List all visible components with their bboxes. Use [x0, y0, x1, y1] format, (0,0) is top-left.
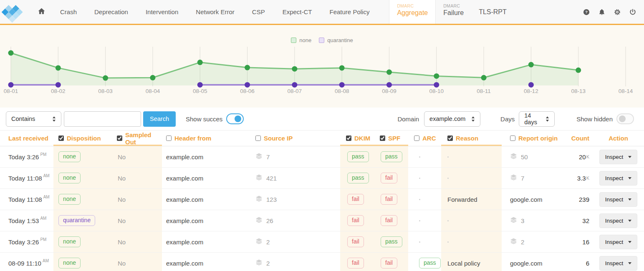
legend-item-none[interactable]: none [291, 37, 311, 43]
layers-icon [510, 174, 521, 182]
column-header-report-origin: Report origin [502, 130, 559, 146]
column-toggle-checkbox-spf[interactable] [380, 136, 385, 141]
cell-source-ip: 2 [250, 231, 340, 252]
column-toggle-checkbox-header-from[interactable] [166, 136, 172, 141]
tab-failure[interactable]: DMARCFailure [436, 0, 471, 24]
column-toggle-checkbox-disposition[interactable] [58, 136, 64, 141]
svg-text:08-03: 08-03 [98, 88, 113, 94]
cell-spf: fail [376, 210, 408, 231]
header-from-value: example.com [166, 153, 203, 161]
nav-item-network-error[interactable]: Network Error [187, 0, 243, 24]
column-toggle-checkbox-sampled-out[interactable] [117, 136, 122, 141]
last-received-time: Today 3:26 [8, 238, 39, 246]
cell-header-from: example.com [162, 210, 250, 231]
inspect-button[interactable]: Inspect [599, 171, 638, 186]
svg-text:08-09: 08-09 [382, 88, 397, 94]
source-ip-count: 2 [266, 260, 270, 267]
count-suffix: K [586, 176, 589, 181]
power-icon[interactable] [629, 8, 636, 16]
column-header-spf: SPF [376, 130, 408, 146]
inspect-button[interactable]: Inspect [599, 235, 638, 249]
column-header-action: Action [593, 130, 644, 146]
match-type-select[interactable]: Contains [6, 111, 61, 127]
tab-tls-rpt[interactable]: TLS-RPT [471, 0, 514, 24]
cell-arc [408, 231, 441, 252]
column-header-label: Source IP [264, 135, 293, 142]
legend-swatch-icon [319, 38, 324, 43]
legend-item-quarantine[interactable]: quarantine [319, 37, 353, 43]
search-input[interactable] [64, 111, 141, 127]
column-toggle-checkbox-arc[interactable] [414, 136, 419, 141]
top-nav: CrashDeprecationInterventionNetwork Erro… [0, 0, 644, 25]
nav-item-csp[interactable]: CSP [243, 0, 274, 24]
last-received-time: Today 1:53 [8, 217, 39, 224]
cell-arc [408, 210, 441, 231]
inspect-button[interactable]: Inspect [599, 213, 638, 228]
cell-last-received: Today 3:26PM [0, 231, 53, 252]
header-from-value: example.com [166, 196, 203, 203]
inspect-button[interactable]: Inspect [599, 192, 638, 207]
show-hidden-toggle[interactable] [616, 113, 634, 124]
cell-last-received: Today 11:08AM [0, 189, 53, 210]
report-origin-count: 50 [521, 153, 528, 161]
nav-item-feature-policy[interactable]: Feature Policy [321, 0, 379, 24]
bell-icon[interactable] [598, 8, 606, 16]
empty-value-dot [419, 199, 420, 200]
domain-value: example.com [429, 115, 465, 122]
table-body: Today 3:26PMnoneNoexample.com7passpass50… [0, 146, 644, 271]
layers-icon [255, 216, 266, 225]
source-ip-count: 421 [266, 175, 277, 182]
table-row: Today 1:53AMquarantineNoexample.com26fai… [0, 210, 644, 231]
cell-report-origin: 7 [502, 168, 559, 188]
tab-kicker: DMARC [443, 3, 464, 8]
column-header-label: Report origin [518, 135, 558, 142]
days-value: 14 days [524, 112, 541, 125]
nav-item-intervention[interactable]: Intervention [137, 0, 187, 24]
inspect-button[interactable]: Inspect [599, 150, 638, 164]
nav-item-crash[interactable]: Crash [51, 0, 86, 24]
column-header-label: Count [571, 135, 589, 142]
show-success-toggle[interactable] [226, 113, 244, 124]
disposition-badge: none [58, 258, 81, 268]
source-ip-count: 123 [266, 196, 277, 203]
cell-reason [441, 210, 502, 231]
caret-down-icon [628, 198, 631, 201]
nav-item-deprecation[interactable]: Deprecation [86, 0, 137, 24]
cell-sampled-out: No [108, 168, 162, 188]
empty-value-dot [419, 178, 420, 179]
column-toggle-checkbox-dkim[interactable] [346, 136, 351, 141]
cell-arc: pass [408, 253, 441, 271]
svg-text:08-10: 08-10 [429, 88, 444, 94]
cell-arc [408, 168, 441, 188]
app-logo[interactable] [0, 0, 27, 24]
column-toggle-checkbox-reason[interactable] [447, 136, 453, 141]
empty-value-dot [419, 220, 420, 221]
count-value: 3.3 [577, 175, 586, 182]
tab-aggregate[interactable]: DMARCAggregate [389, 0, 436, 24]
domain-select[interactable]: example.com [424, 111, 480, 127]
gear-icon[interactable] [614, 8, 621, 16]
column-toggle-checkbox-report-origin[interactable] [510, 136, 515, 141]
spf-badge: fail [381, 215, 397, 226]
nav-item-expect-ct[interactable]: Expect-CT [274, 0, 321, 24]
search-button[interactable]: Search [143, 111, 176, 127]
cell-reason: Forwarded [441, 189, 502, 210]
column-toggle-checkbox-source-ip[interactable] [255, 136, 261, 141]
home-button[interactable] [27, 0, 51, 24]
cell-source-ip: 2 [250, 253, 340, 271]
svg-text:08-04: 08-04 [146, 88, 160, 94]
cell-source-ip: 7 [250, 146, 340, 167]
cell-sampled-out: No [108, 231, 162, 252]
table-row: Today 11:08AMnoneNoexample.com123failfai… [0, 189, 644, 210]
cell-reason: Local policy [441, 253, 502, 271]
layers-icon [255, 153, 266, 161]
days-select[interactable]: 14 days [519, 111, 555, 127]
layers-icon [255, 195, 266, 203]
caret-down-icon [628, 262, 631, 264]
help-icon[interactable]: ? [583, 8, 590, 16]
column-header-label: Action [609, 135, 628, 142]
inspect-button[interactable]: Inspect [599, 256, 638, 271]
column-header-label: SPF [388, 135, 400, 142]
spf-badge: fail [381, 194, 397, 204]
tab-label: Aggregate [397, 9, 428, 17]
